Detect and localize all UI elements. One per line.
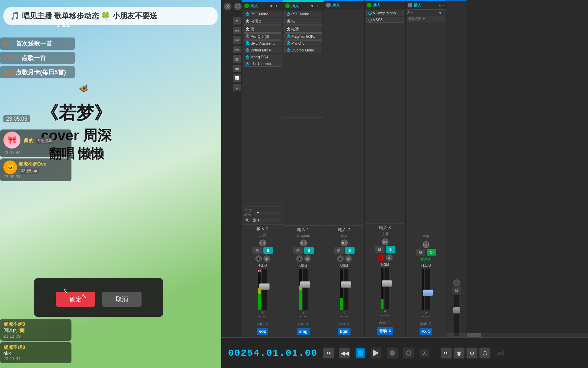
ch1-plugin-8[interactable]: ⏻ L1+ Ultrama.. bbox=[244, 61, 281, 67]
ch4-fader-track[interactable] bbox=[385, 268, 389, 309]
ch5-power[interactable] bbox=[408, 3, 412, 7]
ch5-add-plugin[interactable]: + - bbox=[438, 2, 444, 8]
daw-expand-button[interactable]: ⛶ bbox=[234, 3, 242, 10]
ch5-fader-handle[interactable] bbox=[423, 290, 433, 296]
channel-6-partial: M bbox=[446, 0, 467, 337]
ch2-mute-button[interactable]: M bbox=[293, 247, 303, 254]
ch4-fader-handle[interactable] bbox=[382, 280, 392, 287]
transport-btn-r1[interactable]: ⏭ bbox=[441, 348, 452, 358]
ch4-plugin-2[interactable]: ⏻ VSS3 bbox=[366, 17, 404, 23]
ch3-fader-handle[interactable] bbox=[341, 281, 351, 288]
toolbar-btn-7[interactable]: 📊 bbox=[233, 74, 241, 82]
ch1-io-value[interactable]: ▼ bbox=[255, 211, 281, 215]
ch1-out[interactable]: ⏻ ▼ bbox=[251, 218, 281, 223]
ch3-monitor-button[interactable]: ◉ bbox=[345, 255, 352, 262]
daw-close-button[interactable]: ✕ bbox=[224, 3, 231, 10]
ch3-solo-button[interactable]: S bbox=[345, 247, 355, 254]
ch2-fader-handle[interactable] bbox=[300, 281, 310, 288]
ch2-plugin-2[interactable]: ⏻ 电 bbox=[284, 18, 322, 25]
transport-rewind-button[interactable]: ⏮ bbox=[323, 348, 334, 358]
ch5-label-bar[interactable]: FX 1 bbox=[420, 328, 432, 335]
ch1-plugin-2[interactable]: ⏻ 电话 2 bbox=[244, 18, 281, 25]
ch2-record-button[interactable]: ● bbox=[296, 255, 303, 262]
transport-back-button[interactable]: ◀◀ bbox=[339, 348, 350, 358]
ch1-mute-button[interactable]: M bbox=[252, 247, 262, 254]
ch2-monitor-button[interactable]: ◉ bbox=[304, 255, 311, 262]
channel-5-fx: 插入 + - 发送 ▼ + 混合记录 ▼ 主要 <C> bbox=[406, 0, 446, 337]
ch4-monitor-button[interactable]: ◉ bbox=[386, 254, 393, 261]
dialog-overlay: 确定 取消 bbox=[34, 278, 163, 317]
ch6-fader-track[interactable] bbox=[454, 295, 459, 336]
ch5-solo-button[interactable]: S bbox=[427, 249, 436, 256]
ch2-plugin-1[interactable]: ⏻ PSE Mono bbox=[284, 11, 322, 17]
toolbar-btn-2[interactable]: ⏮ bbox=[233, 27, 241, 34]
toolbar-btn-8[interactable]: ≡ bbox=[233, 84, 241, 91]
ch4-label-bar[interactable]: 音轨 4 bbox=[377, 327, 393, 335]
ch3-mute-button[interactable]: M bbox=[334, 247, 344, 254]
ch1-record-button[interactable]: ● bbox=[255, 255, 262, 262]
transport-loop-button[interactable] bbox=[403, 348, 414, 358]
ch1-pan[interactable]: <C> bbox=[259, 240, 266, 246]
transport-btn-r3[interactable]: ⚙ bbox=[467, 348, 477, 358]
ch1-plugin-3[interactable]: ⏻ 玩 bbox=[244, 26, 281, 33]
ch5-pan[interactable]: <C> bbox=[423, 241, 429, 248]
toolbar-btn-4[interactable]: ⏭ bbox=[233, 46, 241, 53]
ch1-plugin-4[interactable]: ⏻ Pro-Q 3 (3) bbox=[244, 33, 281, 40]
chat-content-4: okk bbox=[3, 351, 68, 356]
transport-btn-r4[interactable]: ⬡ bbox=[479, 348, 490, 358]
ch1-plugin-7[interactable]: ⏻ Maag EQ4 bbox=[244, 54, 281, 60]
ch3-record-button[interactable]: ● bbox=[337, 255, 344, 262]
ch4-power[interactable] bbox=[367, 3, 372, 7]
ch2-solo-button[interactable]: S bbox=[304, 247, 314, 254]
ch1-plugin-6[interactable]: ⏻ Virtual Mix R.. bbox=[244, 47, 281, 53]
ch2-plugin-6[interactable]: ⏻ VComp Mono bbox=[284, 47, 322, 53]
confirm-button[interactable]: 确定 bbox=[56, 292, 95, 307]
ch2-plugin-3[interactable]: ⏻ 电话 bbox=[284, 26, 322, 33]
ch6-fader-handle[interactable] bbox=[453, 307, 460, 313]
ch4-plugin-1[interactable]: ⏻ VComp Mono bbox=[366, 10, 404, 16]
ch3-fader-track[interactable] bbox=[344, 269, 348, 310]
ch2-power[interactable] bbox=[285, 3, 290, 8]
toolbar-btn-3[interactable]: ⏭ bbox=[233, 36, 241, 44]
ch2-plugin-4[interactable]: ⏻ PuigTec EQP.. bbox=[284, 33, 322, 40]
ch1-fader-handle[interactable] bbox=[259, 283, 270, 290]
ch1-plugin-5[interactable]: ⏻ SPL Vitalizer .. bbox=[244, 40, 281, 46]
ch5-fader-track[interactable] bbox=[425, 269, 430, 310]
ch2-fader-track[interactable] bbox=[303, 269, 308, 310]
ch6-mute-button[interactable]: M bbox=[452, 287, 461, 294]
ch1-fader-track[interactable] bbox=[262, 269, 267, 310]
ch6-pan[interactable] bbox=[453, 279, 460, 286]
ch5-mute-button[interactable]: M bbox=[416, 249, 425, 256]
transport-record-button[interactable] bbox=[387, 348, 398, 358]
ch1-monitor-button[interactable]: ◉ bbox=[263, 255, 270, 262]
toolbar-btn-5[interactable]: ▦ bbox=[233, 55, 241, 63]
ch2-plugin-5[interactable]: ⏻ Pro-Q 3 bbox=[284, 40, 322, 46]
cancel-button[interactable]: 取消 bbox=[102, 292, 142, 307]
ch1-add-plugin[interactable]: ▼ + - bbox=[269, 3, 281, 9]
ch1-search[interactable]: 🔍 bbox=[244, 218, 250, 223]
toolbar-btn-6[interactable]: 🏔 bbox=[233, 65, 241, 72]
ch4-solo-button[interactable]: S bbox=[386, 246, 395, 253]
ch4-pan[interactable]: <C> bbox=[382, 239, 389, 245]
ch2-pan[interactable]: <C> bbox=[300, 240, 307, 246]
ch2-add-plugin[interactable]: ▼ + - bbox=[310, 3, 322, 9]
ch2-label-bar[interactable]: sing bbox=[297, 328, 310, 335]
chat-time-4: 23:11:37 bbox=[3, 356, 68, 361]
ch4-record-button[interactable]: ● bbox=[378, 254, 385, 261]
transport-play-button[interactable] bbox=[371, 348, 381, 358]
toolbar-btn-1[interactable]: ▼ bbox=[233, 17, 241, 25]
ch3-power[interactable] bbox=[326, 3, 331, 7]
ch1-power[interactable] bbox=[244, 3, 249, 8]
ch2-db-display: 0dB bbox=[299, 263, 307, 268]
ch4-mute-button[interactable]: M bbox=[375, 246, 385, 253]
ch3-label-bar[interactable]: bgm bbox=[338, 328, 350, 335]
ch1-solo-button[interactable]: S bbox=[263, 247, 273, 254]
ch1-label-bar[interactable]: vox bbox=[257, 328, 268, 335]
transport-btn-r2[interactable]: ◉ bbox=[454, 348, 464, 358]
kai-button[interactable]: 关 bbox=[420, 349, 429, 357]
ch1-plugin-1[interactable]: ⏻ PSE Mono bbox=[244, 11, 281, 17]
ch3-pan[interactable]: <C> bbox=[341, 240, 348, 246]
transport-stop-button[interactable] bbox=[356, 348, 365, 358]
ch5-send-add[interactable]: ▼ + bbox=[438, 11, 445, 15]
ch1-plugin-list: ⏻ PSE Mono ⏻ 电话 2 ⏻ 玩 ⏻ Pro-Q 3 (3) ⏻ SP… bbox=[242, 10, 283, 206]
